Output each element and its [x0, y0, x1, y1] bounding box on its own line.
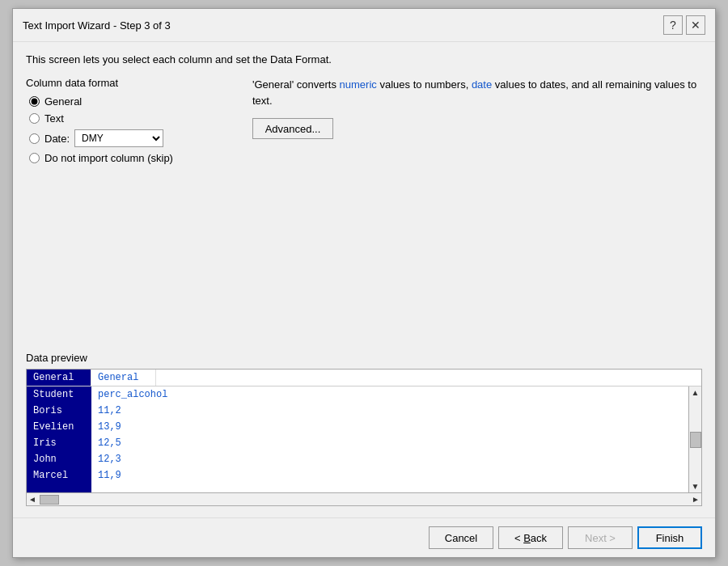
preview-data: Student Boris Evelien Iris John Marcel p… [27, 386, 688, 492]
cell-0-3: Iris [27, 435, 91, 451]
data-preview-label: Data preview [26, 352, 702, 364]
radio-item-text: Text [29, 112, 236, 125]
info-text: 'General' converts numeric values to num… [252, 77, 702, 108]
cell-0-1: Boris [27, 403, 91, 419]
col-header-1: General [91, 370, 156, 386]
finish-button[interactable]: Finish [637, 526, 702, 549]
footer: Cancel < Back Next > Finish [13, 517, 715, 557]
column-format-label: Column data format [26, 77, 236, 89]
cell-1-5: 11,9 [91, 467, 174, 484]
radio-item-date: Date: DMY MDY YMD [29, 129, 236, 147]
preview-scroll-area: Student Boris Evelien Iris John Marcel p… [27, 386, 701, 492]
title-bar: Text Import Wizard - Step 3 of 3 ? ✕ [13, 9, 715, 42]
col-header-0: General [27, 370, 91, 386]
cell-0-0: Student [27, 386, 91, 403]
h-scroll-thumb[interactable] [40, 495, 59, 505]
col-data-1: perc_alcohol 11,2 13,9 12,5 12,3 11,9 [91, 386, 174, 492]
dialog-body: This screen lets you select each column … [13, 42, 715, 517]
main-area: Column data format General Text [26, 77, 702, 164]
radio-date-label[interactable]: Date: [44, 133, 70, 145]
dialog-title: Text Import Wizard - Step 3 of 3 [23, 19, 171, 32]
back-button[interactable]: < Back [498, 526, 563, 549]
title-bar-left: Text Import Wizard - Step 3 of 3 [23, 19, 171, 32]
cell-0-2: Evelien [27, 419, 91, 435]
radio-date[interactable] [29, 133, 40, 144]
scroll-right-arrow[interactable]: ► [692, 495, 700, 504]
next-button[interactable]: Next > [568, 526, 633, 549]
cancel-button[interactable]: Cancel [429, 526, 493, 549]
vertical-scrollbar[interactable]: ▲ ▼ [688, 386, 701, 492]
preview-container: General General Student Boris Evelien Ir… [26, 369, 702, 506]
scroll-left-arrow[interactable]: ◄ [28, 495, 36, 504]
radio-text[interactable] [29, 113, 40, 124]
header-scrollbar-placeholder [688, 370, 701, 386]
radio-skip[interactable] [29, 153, 40, 163]
close-button[interactable]: ✕ [686, 15, 705, 35]
cell-0-5: Marcel [27, 467, 91, 484]
radio-skip-label[interactable]: Do not import column (skip) [44, 152, 173, 164]
left-panel: Column data format General Text [26, 77, 236, 164]
cell-1-3: 12,5 [91, 435, 174, 451]
cell-0-4: John [27, 451, 91, 467]
info-mid: values to numbers, [377, 78, 472, 91]
scroll-up-arrow[interactable]: ▲ [692, 388, 700, 397]
dialog: Text Import Wizard - Step 3 of 3 ? ✕ Thi… [12, 8, 716, 558]
col-data-0: Student Boris Evelien Iris John Marcel [27, 386, 91, 492]
header-spacer [156, 370, 688, 386]
data-preview-section: Data preview General General Student Bor… [26, 352, 702, 506]
cell-1-4: 12,3 [91, 451, 174, 467]
radio-item-skip: Do not import column (skip) [29, 152, 236, 164]
title-bar-right: ? ✕ [663, 15, 705, 35]
back-label: < Back [514, 532, 547, 544]
radio-general-label[interactable]: General [44, 95, 82, 108]
radio-text-label[interactable]: Text [44, 112, 64, 125]
spacer [26, 174, 702, 352]
cell-1-2: 13,9 [91, 419, 174, 435]
right-panel: 'General' converts numeric values to num… [252, 77, 702, 164]
horizontal-scrollbar[interactable]: ◄ ► [27, 492, 701, 505]
advanced-button[interactable]: Advanced... [252, 118, 333, 139]
preview-header: General General [27, 370, 701, 386]
preview-blank [174, 386, 688, 492]
info-date: date [472, 78, 492, 91]
radio-general[interactable] [29, 96, 40, 107]
help-button[interactable]: ? [663, 15, 683, 35]
date-format-select[interactable]: DMY MDY YMD [74, 129, 163, 147]
info-numeric: numeric [340, 78, 377, 91]
info-prefix: 'General' converts [252, 78, 340, 91]
radio-item-general: General [29, 95, 236, 108]
cell-1-1: 11,2 [91, 403, 174, 419]
scroll-thumb[interactable] [690, 432, 701, 448]
cell-1-0: perc_alcohol [91, 386, 174, 403]
intro-text: This screen lets you select each column … [26, 53, 702, 65]
scroll-down-arrow[interactable]: ▼ [692, 482, 700, 491]
radio-group: General Text Date: DMY MDY YM [26, 95, 236, 164]
